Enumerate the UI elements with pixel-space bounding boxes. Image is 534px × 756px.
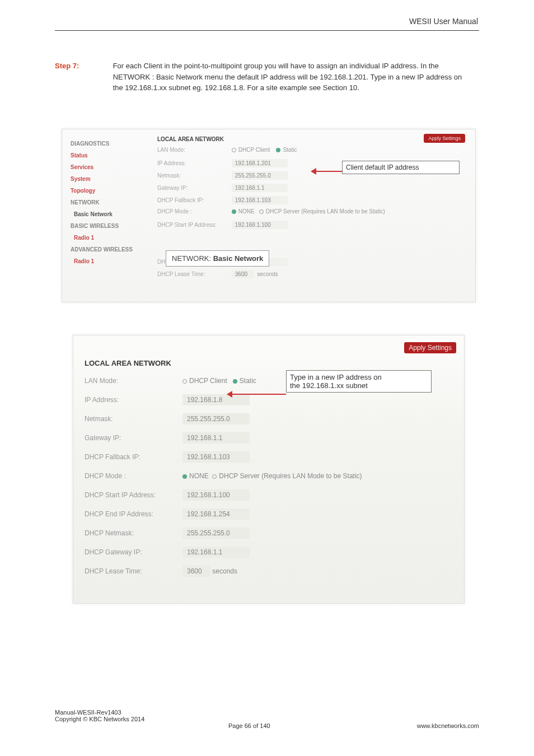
- callout-line1: Type in a new IP address on: [290, 373, 382, 381]
- dhcp-mode-none-text: NONE: [238, 208, 255, 214]
- lan-mode-dhcp[interactable]: DHCP Client: [232, 147, 270, 153]
- lan-mode-static-text: Static: [283, 147, 297, 153]
- lan-mode-dhcp[interactable]: DHCP Client: [182, 377, 227, 385]
- ip-input[interactable]: 192.168.1.201: [232, 159, 288, 167]
- dhcp-mode-label: DHCP Mode :: [157, 208, 230, 214]
- screenshot-1: Apply Settings DIAGNOSTICS Status Servic…: [62, 129, 476, 302]
- nav-diagnostics[interactable]: DIAGNOSTICS: [71, 141, 149, 147]
- callout-new-ip: Type in a new IP address on the 192.168.…: [286, 370, 432, 393]
- nav-services[interactable]: Services: [71, 164, 149, 170]
- dhcp-netmask-input[interactable]: 255.255.255.0: [182, 528, 250, 539]
- footer-url: www.kbcnetworks.com: [417, 722, 479, 729]
- end-input[interactable]: 192.168.1.254: [182, 508, 250, 520]
- lease-label: DHCP Lease Time:: [157, 271, 230, 277]
- fallback-label: DHCP Fallback IP:: [85, 453, 182, 461]
- lan-mode-dhcp-text: DHCP Client: [238, 147, 270, 153]
- netmask-input[interactable]: 255.255.255.0: [232, 171, 288, 180]
- arrow-head-icon: [311, 168, 316, 175]
- lan-mode-dhcp-text: DHCP Client: [189, 377, 227, 385]
- dhcp-gw-label: DHCP Gateway IP:: [85, 548, 182, 556]
- header-rule: [55, 30, 479, 31]
- dhcp-mode-server-text: DHCP Server (Requires LAN Mode to be Sta…: [219, 472, 362, 480]
- footer-line1: Manual-WESII-Rev1403: [55, 709, 479, 716]
- dhcp-gw-input[interactable]: 192.168.1.1: [182, 547, 250, 558]
- footer: Manual-WESII-Rev1403 Copyright © KBC Net…: [55, 709, 479, 722]
- fallback-input[interactable]: 192.168.1.103: [182, 451, 250, 463]
- lan-mode-static-text: Static: [240, 377, 256, 385]
- callout-default-ip: Client default IP address: [342, 161, 460, 174]
- lease-input[interactable]: 3600: [232, 270, 254, 278]
- lease-label: DHCP Lease Time:: [85, 567, 182, 575]
- gateway-label: Gateway IP:: [85, 434, 182, 442]
- arrow-line-icon: [230, 394, 286, 395]
- nav-basic-network[interactable]: Basic Network: [74, 211, 149, 217]
- callout-network-bold: Basic Network: [213, 254, 264, 263]
- ip-label: IP Address:: [157, 160, 230, 166]
- footer-page: Page 66 of 140: [228, 722, 270, 729]
- dhcp-netmask-label: DHCP Netmask:: [85, 529, 182, 537]
- lease-unit: seconds: [212, 567, 237, 575]
- nav-radio1b[interactable]: Radio 1: [74, 258, 149, 264]
- dhcp-mode-server-text: DHCP Server (Requires LAN Mode to be Sta…: [266, 208, 385, 214]
- start-input[interactable]: 192.168.1.100: [232, 221, 288, 229]
- dhcp-mode-server[interactable]: DHCP Server (Requires LAN Mode to be Sta…: [212, 472, 362, 480]
- callout-network-prefix: NETWORK:: [172, 254, 213, 263]
- fallback-label: DHCP Fallback IP:: [157, 197, 230, 203]
- nav-topology[interactable]: Topology: [71, 188, 149, 194]
- header-title: WESII User Manual: [409, 17, 478, 26]
- lan-mode-static[interactable]: Static: [233, 377, 256, 385]
- dhcp-mode-none-text: NONE: [189, 472, 209, 480]
- nav-advanced-wireless[interactable]: ADVANCED WIRELESS: [71, 246, 149, 253]
- gateway-input[interactable]: 192.168.1.1: [232, 184, 288, 192]
- end-label: DHCP End IP Address:: [85, 510, 182, 518]
- s2-form: LAN Mode: DHCP Client Static IP Address:…: [85, 371, 454, 581]
- callout-network: NETWORK: Basic Network: [166, 250, 269, 267]
- arrow-head-icon: [227, 391, 232, 398]
- step-block: Step 7: For each Client in the point-to-…: [55, 60, 479, 94]
- lan-mode-label: LAN Mode:: [157, 147, 230, 153]
- lease-unit: seconds: [257, 271, 278, 277]
- apply-button[interactable]: Apply Settings: [404, 342, 456, 353]
- lan-mode-static[interactable]: Static: [276, 147, 297, 153]
- footer-line2: Copyright © KBC Networks 2014: [55, 716, 479, 722]
- dhcp-mode-none[interactable]: NONE: [232, 208, 255, 214]
- screenshot-2: Apply Settings LOCAL AREA NETWORK LAN Mo…: [73, 335, 465, 604]
- netmask-label: Netmask:: [157, 172, 230, 179]
- step-label: Step 7:: [55, 60, 111, 72]
- dhcp-mode-label: DHCP Mode :: [85, 472, 182, 480]
- start-input[interactable]: 192.168.1.100: [182, 489, 250, 501]
- nav-network[interactable]: NETWORK: [71, 199, 149, 206]
- fallback-input[interactable]: 192.168.1.103: [232, 196, 288, 204]
- dhcp-mode-server[interactable]: DHCP Server (Requires LAN Mode to be Sta…: [259, 208, 385, 214]
- callout-line2: the 192.168.1.xx subnet: [290, 381, 368, 390]
- nav-status[interactable]: Status: [71, 152, 149, 158]
- nav-system[interactable]: System: [71, 176, 149, 182]
- netmask-input[interactable]: 255.255.255.0: [182, 413, 250, 424]
- step-text: For each Client in the point-to-multipoi…: [113, 60, 471, 94]
- netmask-label: Netmask:: [85, 415, 182, 423]
- lease-input[interactable]: 3600: [182, 566, 210, 577]
- sidebar: DIAGNOSTICS Status Services System Topol…: [71, 135, 149, 270]
- s2-heading: LOCAL AREA NETWORK: [85, 359, 171, 367]
- gateway-input[interactable]: 192.168.1.1: [182, 432, 250, 444]
- nav-basic-wireless[interactable]: BASIC WIRELESS: [71, 223, 149, 229]
- dhcp-mode-none[interactable]: NONE: [182, 472, 209, 480]
- ip-input[interactable]: 192.168.1.8: [182, 394, 250, 405]
- s1-heading: LOCAL AREA NETWORK: [157, 136, 465, 142]
- gateway-label: Gateway IP:: [157, 185, 230, 191]
- lan-mode-label: LAN Mode:: [85, 377, 182, 385]
- ip-label: IP Address:: [85, 396, 182, 404]
- nav-radio1a[interactable]: Radio 1: [74, 235, 149, 241]
- start-label: DHCP Start IP Address:: [85, 491, 182, 499]
- start-label: DHCP Start IP Address:: [157, 222, 230, 228]
